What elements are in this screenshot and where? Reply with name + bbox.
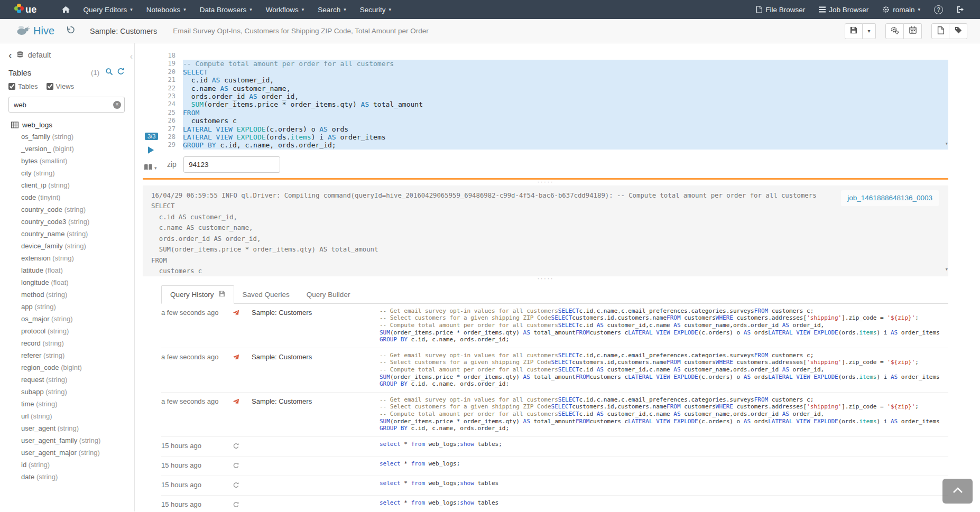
save-options-button[interactable]: ▾ xyxy=(863,23,876,39)
editor-line[interactable]: 23 ords.order_id AS order_id, xyxy=(167,92,948,100)
code-editor[interactable]: ▼ 1819-- Compute total amount per order … xyxy=(167,52,948,150)
editor-line[interactable]: 26 customers c xyxy=(167,117,948,125)
tab-saved-queries[interactable]: Saved Queries xyxy=(234,285,298,304)
column-item[interactable]: record (string) xyxy=(8,337,125,349)
column-item[interactable]: os_family (string) xyxy=(8,131,125,143)
column-item[interactable]: longitude (float) xyxy=(8,276,125,288)
variable-zip-input[interactable] xyxy=(183,156,280,173)
column-item[interactable]: client_ip (string) xyxy=(8,179,125,191)
table-item-web-logs[interactable]: web_logs xyxy=(8,121,125,129)
collapse-chevron-icon[interactable]: ‹ xyxy=(130,52,133,61)
column-item[interactable]: referer (string) xyxy=(8,349,125,361)
editor-line[interactable]: 28LATERAL VIEW EXPLODE(ords.items) i AS … xyxy=(167,133,948,141)
nav-menu-data-browsers[interactable]: Data Browsers▾ xyxy=(193,0,259,19)
scheduler-button[interactable] xyxy=(904,23,922,39)
save-button[interactable] xyxy=(845,23,863,39)
filter-checkbox[interactable] xyxy=(47,83,53,90)
history-row[interactable]: 15 hours agoselect * from web_logs; xyxy=(161,457,948,476)
column-item[interactable]: code (tinyint) xyxy=(8,191,125,203)
column-item[interactable]: city (string) xyxy=(8,167,125,179)
history-query-name[interactable]: Sample: Customers xyxy=(252,396,380,405)
nav-menu-search[interactable]: Search▾ xyxy=(311,0,353,19)
logout-button[interactable] xyxy=(950,0,972,19)
history-sql-preview[interactable]: select * from web_logs;show tables xyxy=(380,499,948,507)
history-row[interactable]: a few seconds agoSample: Customers-- Get… xyxy=(161,393,948,437)
history-query-name[interactable]: Sample: Customers xyxy=(252,308,380,316)
column-item[interactable]: user_agent (string) xyxy=(8,422,125,434)
column-item[interactable]: device_family (string) xyxy=(8,240,125,252)
history-sql-preview[interactable]: -- Get email survey opt-in values for al… xyxy=(380,352,948,388)
job-browser-link[interactable]: Job Browser xyxy=(812,0,875,19)
editor-line[interactable]: 21 c.id AS customer_id, xyxy=(167,76,948,84)
history-sql-preview[interactable]: -- Get email survey opt-in values for al… xyxy=(380,308,948,343)
user-menu[interactable]: romain ▾ xyxy=(875,0,927,19)
column-item[interactable]: os_major (string) xyxy=(8,313,125,325)
editor-line[interactable]: 27LATERAL VIEW EXPLODE(c.orders) o AS or… xyxy=(167,125,948,133)
table-search-input[interactable] xyxy=(8,97,125,113)
tab-query-history[interactable]: Query History xyxy=(161,285,234,304)
column-item[interactable]: region_code (bigint) xyxy=(8,361,125,374)
editor-line[interactable]: 22 c.name AS customer_name, xyxy=(167,85,948,92)
hive-app-brand[interactable]: Hive xyxy=(16,24,54,39)
column-item[interactable]: country_code (string) xyxy=(8,203,125,216)
help-button[interactable]: ? xyxy=(927,0,950,19)
functions-panel-toggle[interactable]: ▾ xyxy=(144,163,157,173)
back-chevron-icon[interactable]: ‹ xyxy=(8,51,12,59)
history-sql-preview[interactable]: select * from web_logs; xyxy=(380,460,948,468)
column-item[interactable]: country_code3 (string) xyxy=(8,216,125,228)
table-refresh-button[interactable] xyxy=(117,68,125,77)
column-item[interactable]: url (string) xyxy=(8,410,125,422)
home-button[interactable] xyxy=(55,0,77,19)
save-icon[interactable] xyxy=(219,291,225,299)
history-query-name[interactable]: Sample: Customers xyxy=(252,352,380,361)
editor-line[interactable]: 19-- Compute total amount per order for … xyxy=(167,60,948,68)
column-item[interactable]: date (string) xyxy=(8,471,125,483)
column-item[interactable]: subapp (string) xyxy=(8,386,125,398)
column-item[interactable]: user_agent_family (string) xyxy=(8,434,125,446)
history-sql-preview[interactable]: select * from web_logs;show tables xyxy=(380,480,948,487)
nav-menu-workflows[interactable]: Workflows▾ xyxy=(259,0,311,19)
editor-line[interactable]: 24 SUM(order_items.price * order_items.q… xyxy=(167,100,948,108)
history-row[interactable]: 15 hours agoselect * from web_logs;show … xyxy=(161,437,948,457)
drag-handle[interactable]: ····· xyxy=(143,180,948,185)
nav-menu-notebooks[interactable]: Notebooks▾ xyxy=(140,0,193,19)
drag-handle[interactable]: ····· xyxy=(143,276,948,282)
history-row[interactable]: a few seconds agoSample: Customers-- Get… xyxy=(161,348,948,393)
editor-line[interactable]: 20SELECT xyxy=(167,68,948,76)
job-link[interactable]: job_1461888648136_0003 xyxy=(847,194,932,202)
hue-logo[interactable]: ue xyxy=(14,3,37,16)
column-item[interactable]: request (string) xyxy=(8,374,125,386)
column-item[interactable]: protocol (string) xyxy=(8,325,125,337)
column-item[interactable]: user_agent_major (string) xyxy=(8,446,125,459)
column-item[interactable]: country_name (string) xyxy=(8,228,125,240)
filter-tables[interactable]: Tables xyxy=(8,82,38,90)
history-row[interactable]: a few seconds agoSample: Customers-- Get… xyxy=(161,304,948,348)
filter-checkbox[interactable] xyxy=(8,83,15,90)
editor-line[interactable]: 25FROM xyxy=(167,109,948,117)
column-item[interactable]: time (string) xyxy=(8,398,125,410)
column-item[interactable]: latitude (float) xyxy=(8,264,125,276)
column-item[interactable]: id (string) xyxy=(8,459,125,471)
table-search-button[interactable] xyxy=(105,68,113,77)
column-item[interactable]: method (string) xyxy=(8,288,125,301)
file-browser-link[interactable]: File Browser xyxy=(749,0,812,19)
nav-menu-query-editors[interactable]: Query Editors▾ xyxy=(77,0,140,19)
database-name[interactable]: default xyxy=(28,51,51,59)
column-item[interactable]: app (string) xyxy=(8,301,125,313)
history-row[interactable]: 15 hours agoselect * from web_logs;show … xyxy=(161,476,948,496)
column-item[interactable]: bytes (smallint) xyxy=(8,155,125,167)
nav-menu-security[interactable]: Security▾ xyxy=(353,0,398,19)
column-item[interactable]: _version_ (bigint) xyxy=(8,143,125,155)
query-history-toggle[interactable] xyxy=(66,25,75,36)
scroll-down-icon[interactable]: ▼ xyxy=(946,264,948,275)
editor-line[interactable]: 29GROUP BY c.id, c.name, ords.order_id; xyxy=(167,141,948,149)
filter-views[interactable]: Views xyxy=(47,82,74,90)
history-sql-preview[interactable]: select * from web_logs;show tables; xyxy=(380,441,948,448)
history-sql-preview[interactable]: -- Get email survey opt-in values for al… xyxy=(380,396,948,432)
tags-button[interactable] xyxy=(949,23,967,39)
settings-button[interactable] xyxy=(885,23,904,39)
history-row[interactable]: 15 hours agoselect * from web_logs;show … xyxy=(161,496,948,511)
clear-icon[interactable]: × xyxy=(113,101,121,109)
new-document-button[interactable] xyxy=(931,23,949,39)
scroll-down-icon[interactable]: ▼ xyxy=(946,140,948,148)
